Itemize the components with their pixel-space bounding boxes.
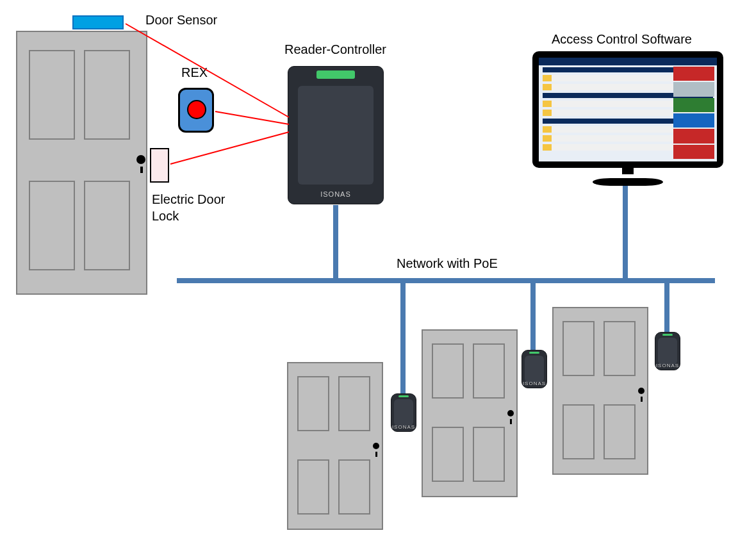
reader-controller-label: Reader-Controller — [284, 42, 386, 57]
reader-brand-label: ISONAS — [391, 424, 416, 430]
reader-brand-label: ISONAS — [288, 190, 383, 198]
network-bus — [177, 278, 715, 283]
door-sensor-icon — [72, 15, 124, 29]
reader-brand-label: ISONAS — [522, 381, 546, 386]
reader-led-icon — [316, 70, 354, 79]
extra-door-2-icon — [422, 329, 518, 497]
rex-button-icon — [178, 88, 214, 133]
extra-reader-1-icon: ISONAS — [391, 393, 416, 432]
rex-led-icon — [187, 100, 206, 119]
extra-door-3-icon — [552, 307, 648, 475]
network-drop-door-1 — [400, 281, 406, 396]
network-label: Network with PoE — [397, 256, 498, 271]
reader-controller-icon: ISONAS — [288, 66, 384, 204]
extra-door-1-icon — [287, 362, 383, 530]
software-screenshot-icon — [539, 58, 717, 161]
svg-line-1 — [215, 111, 289, 124]
network-drop-door-3 — [664, 281, 669, 335]
extra-reader-2-icon: ISONAS — [521, 350, 547, 388]
reader-brand-label: ISONAS — [655, 363, 680, 368]
monitor-icon — [532, 51, 723, 186]
rex-label: REX — [181, 65, 208, 80]
electric-lock-icon — [150, 148, 169, 183]
network-drop-reader-main — [333, 205, 338, 281]
door-sensor-label: Door Sensor — [145, 13, 217, 28]
extra-reader-3-icon: ISONAS — [655, 332, 680, 370]
main-door-icon — [16, 31, 147, 295]
access-software-label: Access Control Software — [552, 32, 692, 47]
network-drop-door-2 — [530, 281, 536, 352]
electric-lock-label: Electric Door Lock — [152, 191, 225, 224]
network-drop-monitor — [623, 186, 628, 281]
svg-line-2 — [170, 132, 289, 164]
